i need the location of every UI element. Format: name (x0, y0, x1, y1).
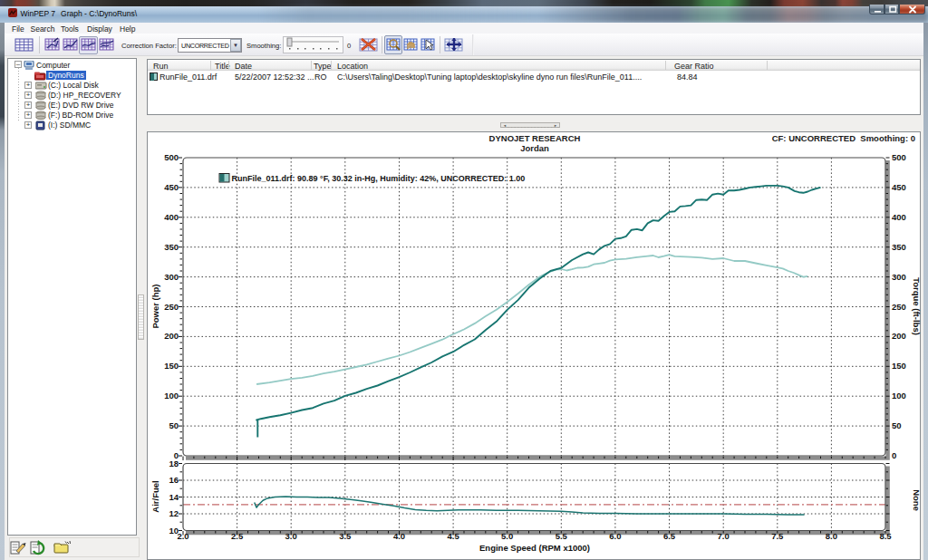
svg-text:7.5: 7.5 (771, 531, 784, 541)
svg-text:6.5: 6.5 (663, 531, 676, 541)
svg-text:500: 500 (892, 152, 906, 162)
svg-text:16: 16 (169, 475, 179, 485)
svg-text:300: 300 (892, 272, 906, 282)
svg-text:5.5: 5.5 (556, 531, 568, 541)
svg-text:3.5: 3.5 (339, 531, 352, 541)
svg-text:250: 250 (892, 302, 906, 312)
svg-text:8.5: 8.5 (879, 531, 892, 541)
svg-text:100: 100 (892, 391, 906, 401)
svg-text:0: 0 (892, 450, 896, 460)
svg-text:Power (hp): Power (hp) (150, 284, 160, 328)
svg-text:6.0: 6.0 (609, 531, 621, 541)
svg-text:DYNOJET RESEARCH: DYNOJET RESEARCH (489, 133, 581, 143)
svg-text:8.0: 8.0 (826, 531, 837, 541)
svg-text:2.5: 2.5 (231, 531, 244, 541)
svg-text:7.0: 7.0 (718, 531, 730, 541)
svg-text:50: 50 (892, 420, 902, 430)
svg-text:150: 150 (164, 361, 179, 371)
svg-text:200: 200 (164, 331, 179, 341)
svg-text:300: 300 (164, 272, 179, 282)
svg-text:450: 450 (892, 182, 906, 192)
svg-text:None: None (912, 489, 922, 511)
svg-text:250: 250 (164, 302, 179, 312)
svg-text:350: 350 (892, 242, 906, 252)
svg-text:3.0: 3.0 (285, 531, 297, 541)
svg-text:2.0: 2.0 (177, 531, 188, 541)
svg-text:4.5: 4.5 (447, 531, 459, 541)
svg-text:350: 350 (164, 242, 179, 252)
svg-text:CF: UNCORRECTED Smoothing: 0: CF: UNCORRECTED Smoothing: 0 (772, 133, 915, 143)
svg-text:RunFile_011.drf: 90.89 °F, 30.: RunFile_011.drf: 90.89 °F, 30.32 in-Hg, … (232, 174, 526, 183)
svg-text:150: 150 (892, 361, 906, 371)
svg-text:14: 14 (169, 492, 179, 502)
svg-text:Air/Fuel: Air/Fuel (150, 480, 160, 512)
svg-text:200: 200 (892, 331, 906, 341)
svg-text:Torque (ft-lbs): Torque (ft-lbs) (912, 277, 922, 335)
svg-text:Jordan: Jordan (520, 143, 549, 153)
svg-text:500: 500 (164, 152, 179, 162)
svg-text:12: 12 (169, 508, 179, 518)
svg-text:50: 50 (169, 420, 179, 430)
svg-text:5.0: 5.0 (501, 531, 513, 541)
svg-text:Engine Speed (RPM x1000): Engine Speed (RPM x1000) (479, 543, 590, 553)
svg-text:400: 400 (164, 212, 179, 222)
svg-text:450: 450 (164, 182, 179, 192)
svg-text:400: 400 (892, 212, 906, 222)
svg-text:18: 18 (169, 459, 179, 468)
svg-text:100: 100 (164, 391, 179, 401)
svg-text:4.0: 4.0 (393, 531, 405, 541)
